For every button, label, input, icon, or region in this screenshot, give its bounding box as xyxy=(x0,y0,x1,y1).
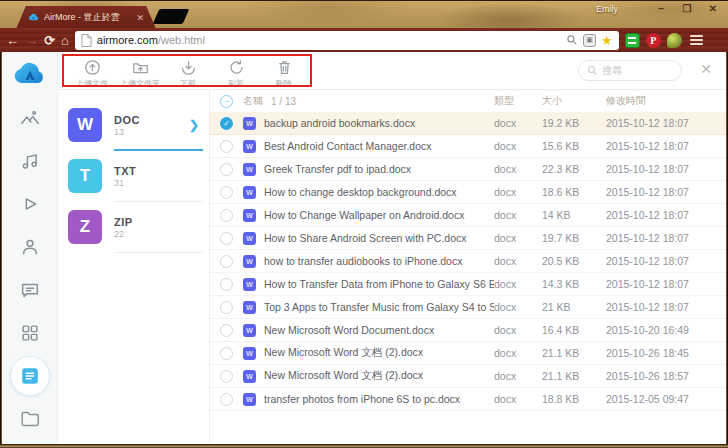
pinterest-extension-icon[interactable]: P xyxy=(646,33,661,48)
row-checkbox[interactable] xyxy=(220,301,233,314)
file-name: How to Change Wallpaper on Android.docx xyxy=(264,209,494,221)
type-column-header[interactable]: 類型 xyxy=(494,94,542,108)
table-row[interactable]: w How to change desktop background.docx … xyxy=(210,181,726,204)
sidebar-item-apps[interactable] xyxy=(10,313,50,353)
new-tab-button[interactable] xyxy=(153,9,190,24)
row-checkbox[interactable] xyxy=(220,370,233,383)
table-row[interactable]: w How to Share Android Screen with PC.do… xyxy=(210,227,726,250)
file-modified: 2015-12-05 09:47 xyxy=(606,393,718,405)
table-row[interactable]: w New Microsoft Word 文档 (2).docx docx 21… xyxy=(210,365,726,388)
file-modified: 2015-10-26 18:57 xyxy=(606,370,718,382)
docx-file-icon: w xyxy=(243,370,256,383)
file-type: docx xyxy=(494,209,542,221)
docx-file-icon: w xyxy=(243,301,256,314)
search-page-icon[interactable] xyxy=(566,34,578,46)
sidebar-item-videos[interactable] xyxy=(10,184,50,224)
documents-toolbar: 上傳文件 上傳文件夾 下載 刷新 刪除 ✕ xyxy=(58,52,726,90)
forward-icon[interactable]: → xyxy=(25,34,38,47)
file-size: 22.3 KB xyxy=(542,163,606,175)
file-modified: 2015-10-12 18:07 xyxy=(606,232,718,244)
sidebar-item-images[interactable] xyxy=(10,98,50,138)
file-type: docx xyxy=(494,324,542,336)
browser-profile-name[interactable]: Emily xyxy=(596,4,618,14)
filetype-item-doc[interactable]: W DOC 13 ❯ xyxy=(58,100,209,151)
filetype-item-zip[interactable]: Z ZIP 22 xyxy=(58,202,209,253)
home-icon[interactable]: ⌂ xyxy=(61,34,69,47)
refresh-button[interactable]: 刷新 xyxy=(212,54,260,89)
filetype-item-txt[interactable]: T TXT 31 xyxy=(58,151,209,202)
row-checkbox[interactable] xyxy=(220,232,233,245)
row-checkbox[interactable] xyxy=(220,255,233,268)
upload-folder-label: 上傳文件夾 xyxy=(120,78,160,89)
minimize-button[interactable]: – xyxy=(654,3,668,14)
table-row[interactable]: w Greek Transfer pdf to ipad.docx docx 2… xyxy=(210,158,726,181)
table-row[interactable]: w New Microsoft Word Document.docx docx … xyxy=(210,319,726,342)
sidebar-item-documents[interactable] xyxy=(10,356,50,396)
back-icon[interactable]: ← xyxy=(6,34,19,47)
name-column-header[interactable]: 名稱 xyxy=(243,94,263,108)
selection-position: 1 / 13 xyxy=(271,96,494,107)
table-row[interactable]: w how to transfer audiobooks to iPhone.d… xyxy=(210,250,726,273)
docx-file-icon: w xyxy=(243,209,256,222)
row-checkbox[interactable] xyxy=(220,393,233,406)
maximize-button[interactable]: ❐ xyxy=(680,3,694,14)
search-input[interactable] xyxy=(602,65,672,76)
search-box[interactable] xyxy=(578,60,682,81)
table-row[interactable]: w New Microsoft Word 文档 (2).docx docx 21… xyxy=(210,342,726,365)
file-name: New Microsoft Word 文档 (2).docx xyxy=(264,346,494,360)
filetype-label: DOC xyxy=(114,114,177,126)
row-checkbox[interactable] xyxy=(220,209,233,222)
upload-folder-button[interactable]: 上傳文件夾 xyxy=(116,54,164,89)
messages-icon xyxy=(19,279,41,301)
reload-icon[interactable]: ⟳ xyxy=(44,34,55,47)
extension-leaf-icon[interactable] xyxy=(667,33,682,48)
filetype-count: 22 xyxy=(114,229,199,239)
table-row[interactable]: w Best Android Contact Manager.docx docx… xyxy=(210,135,726,158)
docx-file-icon: w xyxy=(243,255,256,268)
row-checkbox[interactable] xyxy=(220,163,233,176)
file-type: docx xyxy=(494,370,542,382)
docx-file-icon: w xyxy=(243,393,256,406)
file-size: 18.6 KB xyxy=(542,186,606,198)
row-checkbox[interactable]: ✓ xyxy=(220,117,233,130)
file-size: 20.5 KB xyxy=(542,255,606,267)
panel-close-icon[interactable]: ✕ xyxy=(700,62,712,76)
bookmark-star-icon[interactable]: ★ xyxy=(601,34,613,47)
delete-button[interactable]: 刪除 xyxy=(260,54,308,89)
row-checkbox[interactable] xyxy=(220,278,233,291)
row-checkbox[interactable] xyxy=(220,347,233,360)
chrome-menu-icon[interactable] xyxy=(690,35,703,45)
upload-file-button[interactable]: 上傳文件 xyxy=(68,54,116,89)
sidebar-item-contacts[interactable] xyxy=(10,227,50,267)
extension-green-icon[interactable] xyxy=(625,33,640,48)
row-checkbox[interactable] xyxy=(220,140,233,153)
table-row[interactable]: ✓ w backup android bookmarks.docx docx 1… xyxy=(210,112,726,135)
select-all-checkbox[interactable]: – xyxy=(220,95,233,108)
sidebar-item-files[interactable] xyxy=(10,399,50,439)
filetype-count: 31 xyxy=(114,178,199,188)
address-bar[interactable]: airmore.com/web.html ▣ ★ xyxy=(75,31,619,50)
sidebar-item-music[interactable] xyxy=(10,141,50,181)
table-row[interactable]: w How to Change Wallpaper on Android.doc… xyxy=(210,204,726,227)
docx-file-icon: w xyxy=(243,186,256,199)
close-button[interactable]: ✕ xyxy=(706,3,720,14)
row-checkbox[interactable] xyxy=(220,324,233,337)
tab-close-icon[interactable]: ✕ xyxy=(136,13,144,23)
table-row[interactable]: w How to Transfer Data from iPhone to Ga… xyxy=(210,273,726,296)
browser-tab[interactable]: AirMore - 豈止於雲 ✕ xyxy=(16,6,156,29)
table-row[interactable]: w Top 3 Apps to Transfer Music from Gala… xyxy=(210,296,726,319)
sidebar-item-messages[interactable] xyxy=(10,270,50,310)
download-button[interactable]: 下載 xyxy=(164,54,212,89)
file-name: Top 3 Apps to Transfer Music from Galaxy… xyxy=(264,301,494,313)
upload-file-label: 上傳文件 xyxy=(76,78,108,89)
docx-file-icon: w xyxy=(243,232,256,245)
translate-icon[interactable]: ▣ xyxy=(583,34,596,47)
size-column-header[interactable]: 大小 xyxy=(542,94,606,108)
row-checkbox[interactable] xyxy=(220,186,233,199)
file-size: 19.2 KB xyxy=(542,117,606,129)
table-row[interactable]: w transfer photos from iPhone 6S to pc.d… xyxy=(210,388,726,411)
filetype-count: 13 xyxy=(114,127,177,137)
url-path: /web.html xyxy=(158,34,205,46)
modified-column-header[interactable]: 修改時間 xyxy=(606,94,718,108)
file-name: How to change desktop background.docx xyxy=(264,186,494,198)
